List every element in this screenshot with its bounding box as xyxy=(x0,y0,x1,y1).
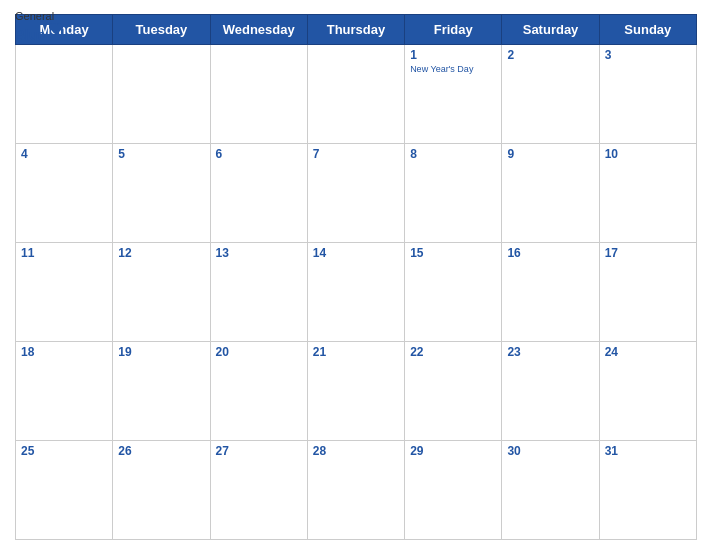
calendar-cell xyxy=(210,45,307,144)
day-number: 15 xyxy=(410,246,496,260)
calendar-cell: 5 xyxy=(113,144,210,243)
logo: General Blue xyxy=(15,10,67,47)
day-number: 18 xyxy=(21,345,107,359)
calendar-cell: 6 xyxy=(210,144,307,243)
weekday-header-row: MondayTuesdayWednesdayThursdayFridaySatu… xyxy=(16,15,697,45)
day-number: 9 xyxy=(507,147,593,161)
calendar-cell xyxy=(16,45,113,144)
day-number: 14 xyxy=(313,246,399,260)
calendar-cell: 17 xyxy=(599,243,696,342)
day-number: 21 xyxy=(313,345,399,359)
calendar-cell: 2 xyxy=(502,45,599,144)
day-number: 30 xyxy=(507,444,593,458)
calendar-cell xyxy=(307,45,404,144)
day-number: 17 xyxy=(605,246,691,260)
day-number: 4 xyxy=(21,147,107,161)
day-number: 7 xyxy=(313,147,399,161)
logo-blue-text: Blue xyxy=(15,27,45,43)
logo-general-text: General xyxy=(15,10,67,22)
weekday-friday: Friday xyxy=(405,15,502,45)
day-number: 12 xyxy=(118,246,204,260)
calendar-week-2: 45678910 xyxy=(16,144,697,243)
day-number: 13 xyxy=(216,246,302,260)
calendar-cell: 21 xyxy=(307,342,404,441)
calendar-cell: 12 xyxy=(113,243,210,342)
calendar-cell: 8 xyxy=(405,144,502,243)
calendar-cell xyxy=(113,45,210,144)
day-number: 25 xyxy=(21,444,107,458)
calendar-cell: 7 xyxy=(307,144,404,243)
calendar-cell: 15 xyxy=(405,243,502,342)
calendar-cell: 11 xyxy=(16,243,113,342)
calendar-cell: 10 xyxy=(599,144,696,243)
day-number: 26 xyxy=(118,444,204,458)
calendar-cell: 23 xyxy=(502,342,599,441)
calendar-cell: 13 xyxy=(210,243,307,342)
calendar-cell: 29 xyxy=(405,441,502,540)
day-number: 3 xyxy=(605,48,691,62)
day-number: 23 xyxy=(507,345,593,359)
calendar-cell: 25 xyxy=(16,441,113,540)
day-number: 31 xyxy=(605,444,691,458)
weekday-sunday: Sunday xyxy=(599,15,696,45)
day-number: 5 xyxy=(118,147,204,161)
day-number: 28 xyxy=(313,444,399,458)
day-number: 27 xyxy=(216,444,302,458)
calendar-cell: 30 xyxy=(502,441,599,540)
weekday-wednesday: Wednesday xyxy=(210,15,307,45)
day-number: 24 xyxy=(605,345,691,359)
calendar-cell: 16 xyxy=(502,243,599,342)
weekday-tuesday: Tuesday xyxy=(113,15,210,45)
day-number: 6 xyxy=(216,147,302,161)
day-number: 19 xyxy=(118,345,204,359)
calendar-cell: 31 xyxy=(599,441,696,540)
holiday-label: New Year's Day xyxy=(410,64,496,75)
calendar-cell: 9 xyxy=(502,144,599,243)
weekday-thursday: Thursday xyxy=(307,15,404,45)
calendar-cell: 26 xyxy=(113,441,210,540)
day-number: 11 xyxy=(21,246,107,260)
day-number: 1 xyxy=(410,48,496,62)
calendar-week-4: 18192021222324 xyxy=(16,342,697,441)
calendar-cell: 28 xyxy=(307,441,404,540)
calendar-cell: 1New Year's Day xyxy=(405,45,502,144)
day-number: 8 xyxy=(410,147,496,161)
calendar-cell: 22 xyxy=(405,342,502,441)
calendar-cell: 19 xyxy=(113,342,210,441)
day-number: 22 xyxy=(410,345,496,359)
calendar-cell: 27 xyxy=(210,441,307,540)
day-number: 20 xyxy=(216,345,302,359)
calendar-cell: 14 xyxy=(307,243,404,342)
calendar-week-1: 1New Year's Day23 xyxy=(16,45,697,144)
day-number: 16 xyxy=(507,246,593,260)
calendar-cell: 24 xyxy=(599,342,696,441)
calendar-week-3: 11121314151617 xyxy=(16,243,697,342)
logo-bird-icon xyxy=(45,22,67,47)
calendar-cell: 3 xyxy=(599,45,696,144)
day-number: 2 xyxy=(507,48,593,62)
calendar-cell: 4 xyxy=(16,144,113,243)
calendar-cell: 20 xyxy=(210,342,307,441)
calendar-week-5: 25262728293031 xyxy=(16,441,697,540)
day-number: 29 xyxy=(410,444,496,458)
calendar-cell: 18 xyxy=(16,342,113,441)
weekday-saturday: Saturday xyxy=(502,15,599,45)
day-number: 10 xyxy=(605,147,691,161)
calendar-table: MondayTuesdayWednesdayThursdayFridaySatu… xyxy=(15,14,697,540)
